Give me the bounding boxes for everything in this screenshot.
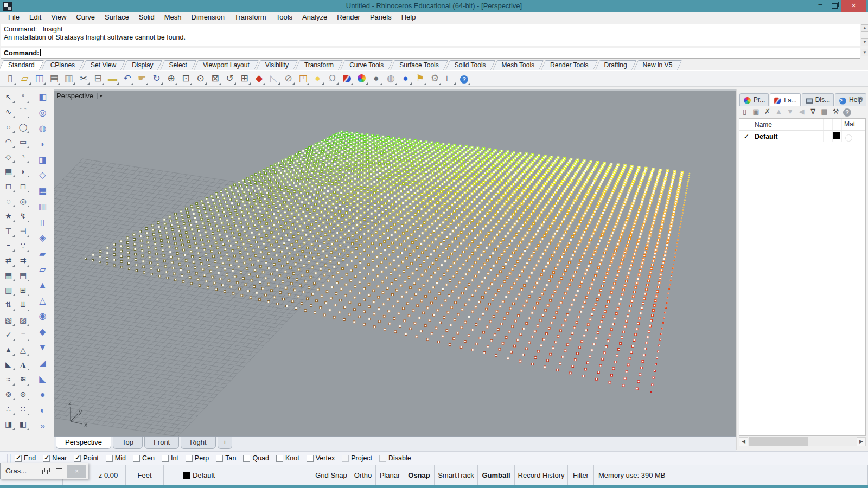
tool-icon[interactable]: ◗: [16, 164, 30, 179]
tool-icon[interactable]: ⇅: [1, 298, 16, 312]
car-icon[interactable]: ◆: [252, 72, 266, 86]
grasshopper-close-button[interactable]: ×: [67, 465, 86, 478]
tool-icon[interactable]: ⊞: [16, 283, 30, 298]
tool-icon[interactable]: ▲: [35, 278, 50, 294]
tool-icon[interactable]: ≋: [16, 372, 30, 387]
tool-icon[interactable]: ◠: [1, 134, 16, 149]
pan-icon[interactable]: ☛: [135, 72, 149, 86]
tool-icon[interactable]: ◨: [1, 417, 16, 432]
tool-icon[interactable]: ◻: [1, 179, 16, 194]
toolbar-tab-cplanes[interactable]: CPlanes: [43, 60, 82, 70]
color-wheel-icon[interactable]: [354, 72, 369, 86]
status-osnap[interactable]: Osnap: [404, 465, 435, 485]
copy-layer-icon[interactable]: ▣: [750, 106, 762, 117]
tool-icon[interactable]: ⊚: [1, 387, 16, 402]
tool-icon[interactable]: ∴: [1, 402, 16, 416]
command-input[interactable]: Command:: [1, 48, 860, 59]
filter-icon[interactable]: ∇: [807, 106, 819, 117]
status-ortho[interactable]: Ortho: [350, 465, 376, 485]
tool-icon[interactable]: ▯: [35, 215, 50, 231]
tool-icon[interactable]: ◇: [35, 168, 50, 184]
compass-icon[interactable]: ⊘: [281, 72, 296, 86]
restore-down-icon[interactable]: [41, 467, 51, 476]
osnap-checkbox-perp[interactable]: [186, 455, 193, 462]
save-icon[interactable]: ◫: [32, 72, 47, 86]
command-history[interactable]: Command: _Insight An installation of Str…: [1, 24, 860, 46]
tool-icon[interactable]: △: [35, 294, 50, 310]
tool-icon[interactable]: ▧: [1, 313, 16, 328]
undo-view-icon[interactable]: ↺: [222, 72, 237, 86]
tool-icon[interactable]: ∵: [16, 239, 30, 253]
tab-properties[interactable]: Pr...: [739, 93, 769, 106]
status-feet[interactable]: Feet: [126, 465, 164, 485]
move-up-icon[interactable]: ▲: [773, 106, 784, 117]
layer-row[interactable]: ✓ Default: [739, 131, 865, 142]
tool-icon[interactable]: ▥: [35, 200, 50, 215]
print-icon[interactable]: ▤: [47, 72, 61, 86]
restore-button[interactable]: [829, 0, 841, 12]
osnap-checkbox-project[interactable]: [342, 455, 349, 462]
tool-icon[interactable]: ▱: [35, 262, 50, 278]
toolbar-tab-render-tools[interactable]: Render Tools: [543, 60, 596, 70]
layer-help-icon[interactable]: ?: [841, 106, 853, 118]
status-planar[interactable]: Planar: [376, 465, 404, 485]
toolbar-tab-drafting[interactable]: Drafting: [597, 60, 634, 70]
menu-transform[interactable]: Transform: [229, 12, 271, 23]
menu-analyze[interactable]: Analyze: [297, 12, 332, 23]
toolbar-tab-new-in-v5[interactable]: New in V5: [636, 60, 680, 70]
paste-icon[interactable]: ▬: [105, 72, 120, 86]
tool-icon[interactable]: ≡: [16, 328, 30, 342]
maximize-icon[interactable]: [54, 467, 64, 476]
toolbar-tab-mesh-tools[interactable]: Mesh Tools: [495, 60, 541, 70]
tool-icon[interactable]: ▤: [16, 268, 30, 283]
drag-grip[interactable]: ││: [5, 454, 11, 462]
cut-icon[interactable]: ✂: [76, 72, 91, 86]
layer-material-icon[interactable]: [845, 134, 852, 142]
tool-icon[interactable]: ◈: [35, 231, 50, 247]
close-button[interactable]: ×: [841, 0, 866, 12]
menu-help[interactable]: Help: [397, 12, 421, 23]
status-filter[interactable]: Filter: [568, 465, 594, 485]
osnap-checkbox-end[interactable]: [15, 455, 22, 462]
tool-icon[interactable]: ◇: [1, 150, 16, 164]
tool-icon[interactable]: ◮: [16, 357, 30, 372]
tool-icon[interactable]: ◍: [35, 121, 50, 137]
tool-icon[interactable]: °: [16, 90, 30, 105]
tab-display[interactable]: Dis...: [802, 93, 834, 106]
tool-icon[interactable]: ◣: [1, 357, 16, 372]
tool-icon[interactable]: ↖: [1, 90, 16, 105]
menu-solid[interactable]: Solid: [134, 12, 159, 23]
menu-tools[interactable]: Tools: [271, 12, 297, 23]
menu-file[interactable]: File: [3, 12, 24, 23]
status-smarttrack[interactable]: SmartTrack: [435, 465, 478, 485]
toolbar-tab-select[interactable]: Select: [162, 60, 194, 70]
osnap-checkbox-cen[interactable]: [133, 455, 140, 462]
layer-color-swatch[interactable]: [833, 132, 840, 139]
tool-icon[interactable]: ◆: [35, 325, 50, 341]
tool-icon[interactable]: ↯: [16, 209, 30, 223]
new-layer-icon[interactable]: ▯: [739, 106, 750, 117]
tool-icon[interactable]: ▥: [1, 283, 16, 298]
toolbar-tab-transform[interactable]: Transform: [297, 60, 341, 70]
lightbulb-icon[interactable]: ●: [310, 72, 325, 86]
tool-icon[interactable]: ⇉: [16, 253, 30, 268]
tool-icon[interactable]: ⇄: [1, 253, 16, 268]
column-header-name[interactable]: Name: [754, 121, 814, 129]
tool-icon[interactable]: ◎: [35, 106, 50, 121]
tool-icon[interactable]: ◗: [35, 137, 50, 153]
viewport-canvas[interactable]: [54, 89, 736, 436]
sidebar-overflow-icon[interactable]: »: [35, 419, 50, 435]
status-gumball[interactable]: Gumball: [478, 465, 515, 485]
tool-icon[interactable]: ●: [35, 388, 50, 403]
zoom-dynamic-icon[interactable]: ⊕: [164, 72, 178, 86]
tab-help-icon[interactable]: ?: [839, 95, 846, 105]
status-default[interactable]: Default: [164, 465, 234, 485]
help-icon[interactable]: ?: [457, 72, 471, 86]
perspective-viewport[interactable]: Perspective ▾: [54, 89, 736, 436]
tool-icon[interactable]: ◯: [16, 120, 30, 134]
tool-icon[interactable]: ≈: [1, 372, 16, 387]
scroll-right-icon[interactable]: ▶: [857, 437, 866, 446]
tab-layers[interactable]: La...: [770, 93, 800, 106]
osnap-checkbox-vertex[interactable]: [307, 455, 314, 462]
osnap-checkbox-tan[interactable]: [216, 455, 223, 462]
